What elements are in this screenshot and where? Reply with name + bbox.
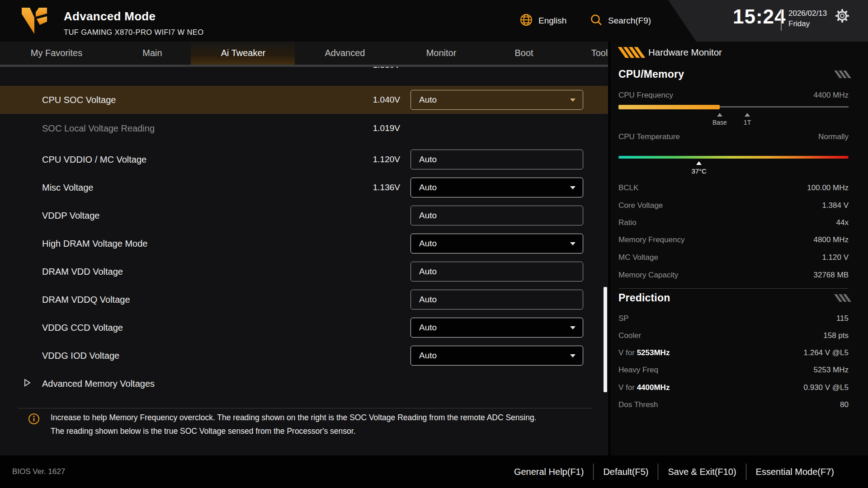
row-dram-vdd-voltage[interactable]: DRAM VDD Voltage Auto: [0, 258, 608, 286]
cpu-memory-title: CPU/Memory: [618, 68, 684, 80]
marker-triangle-icon: [696, 161, 702, 165]
setting-label: VDDG IOD Voltage: [42, 351, 119, 361]
gear-icon[interactable]: [835, 8, 850, 25]
prediction-row-sp: SP 115: [618, 312, 849, 325]
search-icon: [590, 13, 603, 29]
row-dram-vddq-voltage[interactable]: DRAM VDDQ Voltage Auto: [0, 286, 608, 314]
dropdown-value: Auto: [419, 323, 437, 333]
chevron-down-icon: [570, 354, 576, 357]
essential-mode-button[interactable]: Essential Mode(F7): [756, 467, 834, 477]
footer-separator: [746, 464, 746, 480]
dropdown-vddg-iod-voltage[interactable]: Auto: [410, 346, 583, 366]
general-help-button[interactable]: General Help(F1): [514, 467, 584, 477]
header-bar: Advanced Mode TUF GAMING X870-PRO WIFI7 …: [0, 0, 868, 42]
chevron-down-icon: [570, 99, 576, 102]
cpu-temperature-row: CPU Temperature Normally: [618, 130, 849, 144]
row-advanced-memory-voltages[interactable]: Advanced Memory Voltages: [0, 370, 608, 398]
row-cpu-soc-voltage[interactable]: CPU SOC Voltage 1.040V Auto: [0, 86, 608, 114]
chevron-down-icon: [570, 242, 576, 245]
setting-value: 1.019V: [373, 123, 400, 133]
row-high-dram-voltage-mode[interactable]: High DRAM Voltage Mode Auto: [0, 230, 608, 258]
clock-date: 2026/02/13: [788, 9, 827, 18]
bios-version: BIOS Ver. 1627: [12, 467, 65, 476]
input-value: Auto: [419, 295, 437, 305]
dropdown-value: Auto: [419, 351, 437, 361]
search-button[interactable]: Search(F9): [590, 0, 651, 42]
collapse-stripes-icon[interactable]: [837, 294, 849, 302]
row-misc-voltage[interactable]: Misc Voltage 1.136V Auto: [0, 174, 608, 202]
setting-label: CPU SOC Voltage: [42, 95, 116, 105]
bios-screen: Advanced Mode TUF GAMING X870-PRO WIFI7 …: [0, 0, 868, 488]
info-divider: [18, 408, 592, 408]
info-text-line1: Increase to help Memory Frequency overcl…: [51, 413, 537, 422]
row-cpu-vddio-mc-voltage[interactable]: CPU VDDIO / MC Voltage 1.120V Auto: [0, 145, 608, 174]
dropdown-misc-voltage[interactable]: Auto: [410, 178, 583, 197]
footer-bar: BIOS Ver. 1627 General Help(F1) Default(…: [0, 455, 868, 488]
language-label: English: [538, 16, 566, 26]
hazard-stripes-icon: [622, 47, 642, 58]
scrollbar-thumb[interactable]: [604, 287, 607, 392]
row-vddp-voltage[interactable]: VDDP Voltage Auto: [0, 202, 608, 230]
cpu-frequency-label: CPU Frequency: [618, 91, 673, 100]
input-dram-vdd-voltage[interactable]: Auto: [410, 262, 583, 282]
search-label: Search(F9): [608, 16, 651, 26]
dropdown-cpu-soc-voltage[interactable]: Auto: [410, 90, 583, 110]
row-vddg-ccd-voltage[interactable]: VDDG CCD Voltage Auto: [0, 314, 608, 342]
stat-row-mc-voltage: MC Voltage 1.120 V: [618, 251, 849, 264]
cpu-frequency-bar: Base 1T: [618, 105, 849, 109]
hardware-monitor-header: Hardware Monitor: [622, 47, 722, 58]
motherboard-name: TUF GAMING X870-PRO WIFI7 W NEO: [64, 28, 203, 37]
input-value: Auto: [419, 211, 437, 221]
stat-row-memory-capacity: Memory Capacity 32768 MB: [618, 268, 849, 282]
save-exit-button[interactable]: Save & Exit(F10): [668, 467, 736, 477]
tab-monitor[interactable]: Monitor: [426, 42, 457, 65]
marker-triangle-icon: [745, 113, 750, 117]
expand-triangle-icon: [24, 379, 31, 389]
tuf-logo-icon: [22, 7, 47, 37]
input-value: Auto: [419, 267, 437, 277]
hardware-monitor-title: Hardware Monitor: [648, 47, 722, 58]
tab-my-favorites[interactable]: My Favorites: [31, 42, 82, 65]
footer-separator: [593, 464, 594, 480]
input-value: Auto: [419, 155, 437, 164]
stat-row-core-voltage: Core Voltage 1.384 V: [618, 199, 849, 212]
prediction-row-v-for-5253: V for 5253MHz 1.264 V @L5: [618, 346, 849, 360]
setting-value: 1.040V: [373, 95, 400, 105]
tab-boot[interactable]: Boot: [514, 42, 533, 65]
clipped-row: 1.350V: [0, 67, 608, 73]
tab-main[interactable]: Main: [142, 42, 162, 65]
clock-time: 15:24: [733, 5, 778, 28]
tab-advanced[interactable]: Advanced: [325, 42, 365, 65]
default-button[interactable]: Default(F5): [603, 467, 648, 477]
dropdown-vddg-ccd-voltage[interactable]: Auto: [410, 318, 583, 338]
globe-icon: [519, 13, 533, 29]
tab-ai-tweaker[interactable]: Ai Tweaker: [221, 42, 266, 65]
chevron-down-icon: [570, 326, 576, 329]
dropdown-high-dram-voltage-mode[interactable]: Auto: [410, 234, 583, 253]
setting-value: 1.120V: [373, 155, 400, 164]
base-marker: Base: [704, 110, 736, 126]
input-vddp-voltage[interactable]: Auto: [410, 206, 583, 225]
info-text-line2: The reading shown below is the true SOC …: [51, 427, 356, 436]
tab-tool[interactable]: Tool: [591, 42, 608, 65]
row-vddg-iod-voltage[interactable]: VDDG IOD Voltage Auto: [0, 342, 608, 370]
hardware-monitor-panel: Hardware Monitor CPU/Memory CPU Frequenc…: [608, 42, 868, 455]
clipped-row-value: 1.350V: [373, 67, 400, 70]
language-selector[interactable]: English: [519, 0, 566, 42]
cpu-frequency-value: 4400 MHz: [814, 91, 849, 100]
cpu-frequency-row: CPU Frequency 4400 MHz: [618, 89, 849, 102]
setting-label: Advanced Memory Voltages: [42, 379, 155, 389]
cpu-temperature-label: CPU Temperature: [618, 132, 680, 141]
row-soc-local-voltage-reading: SOC Local Voltage Reading 1.019V: [0, 114, 608, 142]
footer-separator: [658, 464, 658, 480]
setting-value: 1.136V: [373, 183, 400, 192]
setting-label: SOC Local Voltage Reading: [42, 123, 155, 134]
mode-title: Advanced Mode: [64, 9, 156, 23]
cpu-temperature-status: Normally: [818, 132, 849, 141]
collapse-stripes-icon[interactable]: [837, 70, 849, 78]
clock-day: Friday: [788, 19, 810, 28]
frequency-bar-fill: [618, 105, 720, 109]
input-cpu-vddio-mc-voltage[interactable]: Auto: [410, 150, 583, 169]
input-dram-vddq-voltage[interactable]: Auto: [410, 290, 583, 310]
prediction-title: Prediction: [618, 292, 670, 304]
